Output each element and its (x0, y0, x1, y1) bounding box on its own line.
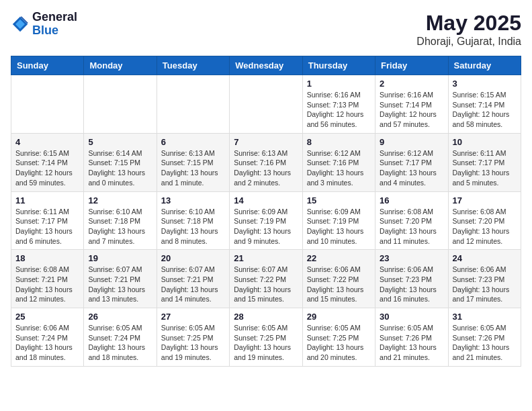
day-number: 6 (161, 137, 225, 147)
day-info: Sunrise: 6:15 AM Sunset: 7:14 PM Dayligh… (453, 90, 517, 130)
title-area: May 2025 Dhoraji, Gujarat, India (416, 11, 521, 48)
day-number: 11 (15, 195, 79, 205)
day-number: 24 (453, 253, 517, 263)
day-number: 26 (88, 312, 152, 322)
calendar-header-row: SundayMondayTuesdayWednesdayThursdayFrid… (11, 56, 521, 75)
calendar-cell (84, 75, 157, 134)
day-number: 13 (161, 195, 225, 205)
day-info: Sunrise: 6:10 AM Sunset: 7:18 PM Dayligh… (88, 207, 152, 246)
calendar-table: SundayMondayTuesdayWednesdayThursdayFrid… (11, 56, 521, 367)
day-number: 15 (307, 195, 371, 205)
day-number: 5 (88, 137, 152, 147)
logo-line2: Blue (32, 24, 77, 38)
day-info: Sunrise: 6:06 AM Sunset: 7:23 PM Dayligh… (380, 265, 443, 304)
day-info: Sunrise: 6:11 AM Sunset: 7:17 PM Dayligh… (453, 148, 517, 188)
day-info: Sunrise: 6:13 AM Sunset: 7:16 PM Dayligh… (234, 148, 298, 188)
calendar-cell: 17Sunrise: 6:08 AM Sunset: 7:20 PM Dayli… (448, 191, 521, 250)
day-number: 3 (453, 79, 517, 89)
day-info: Sunrise: 6:09 AM Sunset: 7:19 PM Dayligh… (234, 207, 298, 246)
day-number: 31 (453, 312, 517, 322)
day-number: 8 (307, 137, 371, 147)
calendar-cell (157, 75, 229, 134)
calendar-cell (230, 75, 302, 134)
day-number: 18 (15, 253, 79, 263)
day-info: Sunrise: 6:16 AM Sunset: 7:14 PM Dayligh… (380, 90, 443, 130)
calendar-week-row: 25Sunrise: 6:06 AM Sunset: 7:24 PM Dayli… (11, 308, 521, 367)
day-info: Sunrise: 6:05 AM Sunset: 7:24 PM Dayligh… (88, 323, 152, 363)
main-title: May 2025 (416, 11, 521, 36)
calendar-cell: 25Sunrise: 6:06 AM Sunset: 7:24 PM Dayli… (11, 308, 84, 367)
calendar-cell: 12Sunrise: 6:10 AM Sunset: 7:18 PM Dayli… (84, 191, 157, 250)
calendar-cell: 4Sunrise: 6:15 AM Sunset: 7:14 PM Daylig… (11, 133, 84, 191)
day-number: 22 (307, 253, 371, 263)
day-info: Sunrise: 6:15 AM Sunset: 7:14 PM Dayligh… (15, 148, 79, 188)
day-info: Sunrise: 6:05 AM Sunset: 7:25 PM Dayligh… (307, 323, 371, 363)
day-number: 12 (88, 195, 152, 205)
day-number: 1 (307, 79, 371, 89)
day-number: 10 (453, 137, 517, 147)
calendar-cell: 3Sunrise: 6:15 AM Sunset: 7:14 PM Daylig… (448, 75, 521, 134)
logo: General Blue (11, 11, 77, 38)
calendar-cell: 24Sunrise: 6:06 AM Sunset: 7:23 PM Dayli… (448, 250, 521, 308)
calendar-week-row: 18Sunrise: 6:08 AM Sunset: 7:21 PM Dayli… (11, 250, 521, 308)
day-number: 27 (161, 312, 225, 322)
calendar-cell: 21Sunrise: 6:07 AM Sunset: 7:22 PM Dayli… (230, 250, 302, 308)
day-number: 30 (380, 312, 443, 322)
day-number: 19 (88, 253, 152, 263)
calendar-cell: 28Sunrise: 6:05 AM Sunset: 7:25 PM Dayli… (230, 308, 302, 367)
calendar-week-row: 11Sunrise: 6:11 AM Sunset: 7:17 PM Dayli… (11, 191, 521, 250)
calendar-cell: 18Sunrise: 6:08 AM Sunset: 7:21 PM Dayli… (11, 250, 84, 308)
day-number: 2 (380, 79, 443, 89)
calendar-cell: 19Sunrise: 6:07 AM Sunset: 7:21 PM Dayli… (84, 250, 157, 308)
day-number: 23 (380, 253, 443, 263)
day-info: Sunrise: 6:05 AM Sunset: 7:25 PM Dayligh… (161, 323, 225, 363)
subtitle: Dhoraji, Gujarat, India (416, 36, 521, 48)
calendar-cell: 23Sunrise: 6:06 AM Sunset: 7:23 PM Dayli… (375, 250, 448, 308)
calendar-cell: 20Sunrise: 6:07 AM Sunset: 7:21 PM Dayli… (157, 250, 229, 308)
col-header-friday: Friday (375, 56, 448, 75)
col-header-monday: Monday (84, 56, 157, 75)
day-info: Sunrise: 6:08 AM Sunset: 7:20 PM Dayligh… (380, 207, 443, 246)
day-info: Sunrise: 6:05 AM Sunset: 7:26 PM Dayligh… (380, 323, 443, 363)
day-number: 29 (307, 312, 371, 322)
calendar-cell: 6Sunrise: 6:13 AM Sunset: 7:15 PM Daylig… (157, 133, 229, 191)
day-number: 28 (234, 312, 298, 322)
day-number: 4 (15, 137, 79, 147)
calendar-cell: 1Sunrise: 6:16 AM Sunset: 7:13 PM Daylig… (302, 75, 375, 134)
day-info: Sunrise: 6:07 AM Sunset: 7:21 PM Dayligh… (161, 265, 225, 304)
day-number: 16 (380, 195, 443, 205)
day-info: Sunrise: 6:08 AM Sunset: 7:20 PM Dayligh… (453, 207, 517, 246)
day-info: Sunrise: 6:12 AM Sunset: 7:16 PM Dayligh… (307, 148, 371, 188)
day-number: 9 (380, 137, 443, 147)
day-info: Sunrise: 6:07 AM Sunset: 7:22 PM Dayligh… (234, 265, 298, 304)
calendar-cell: 29Sunrise: 6:05 AM Sunset: 7:25 PM Dayli… (302, 308, 375, 367)
day-info: Sunrise: 6:07 AM Sunset: 7:21 PM Dayligh… (88, 265, 152, 304)
col-header-saturday: Saturday (448, 56, 521, 75)
day-info: Sunrise: 6:16 AM Sunset: 7:13 PM Dayligh… (307, 90, 371, 130)
calendar-cell: 27Sunrise: 6:05 AM Sunset: 7:25 PM Dayli… (157, 308, 229, 367)
day-info: Sunrise: 6:09 AM Sunset: 7:19 PM Dayligh… (307, 207, 371, 246)
day-info: Sunrise: 6:08 AM Sunset: 7:21 PM Dayligh… (15, 265, 79, 304)
calendar-cell: 30Sunrise: 6:05 AM Sunset: 7:26 PM Dayli… (375, 308, 448, 367)
day-info: Sunrise: 6:11 AM Sunset: 7:17 PM Dayligh… (15, 207, 79, 246)
calendar-cell: 13Sunrise: 6:10 AM Sunset: 7:18 PM Dayli… (157, 191, 229, 250)
calendar-cell: 14Sunrise: 6:09 AM Sunset: 7:19 PM Dayli… (230, 191, 302, 250)
col-header-sunday: Sunday (11, 56, 84, 75)
calendar-cell: 5Sunrise: 6:14 AM Sunset: 7:15 PM Daylig… (84, 133, 157, 191)
day-number: 21 (234, 253, 298, 263)
calendar-cell: 31Sunrise: 6:05 AM Sunset: 7:26 PM Dayli… (448, 308, 521, 367)
col-header-thursday: Thursday (302, 56, 375, 75)
calendar-cell: 11Sunrise: 6:11 AM Sunset: 7:17 PM Dayli… (11, 191, 84, 250)
col-header-tuesday: Tuesday (157, 56, 229, 75)
day-number: 25 (15, 312, 79, 322)
calendar-cell: 26Sunrise: 6:05 AM Sunset: 7:24 PM Dayli… (84, 308, 157, 367)
calendar-cell (11, 75, 84, 134)
header: General Blue May 2025 Dhoraji, Gujarat, … (11, 11, 521, 48)
calendar-cell: 10Sunrise: 6:11 AM Sunset: 7:17 PM Dayli… (448, 133, 521, 191)
calendar-cell: 2Sunrise: 6:16 AM Sunset: 7:14 PM Daylig… (375, 75, 448, 134)
day-number: 17 (453, 195, 517, 205)
day-info: Sunrise: 6:05 AM Sunset: 7:26 PM Dayligh… (453, 323, 517, 363)
day-info: Sunrise: 6:06 AM Sunset: 7:24 PM Dayligh… (15, 323, 79, 363)
calendar-cell: 9Sunrise: 6:12 AM Sunset: 7:17 PM Daylig… (375, 133, 448, 191)
day-info: Sunrise: 6:14 AM Sunset: 7:15 PM Dayligh… (88, 148, 152, 188)
